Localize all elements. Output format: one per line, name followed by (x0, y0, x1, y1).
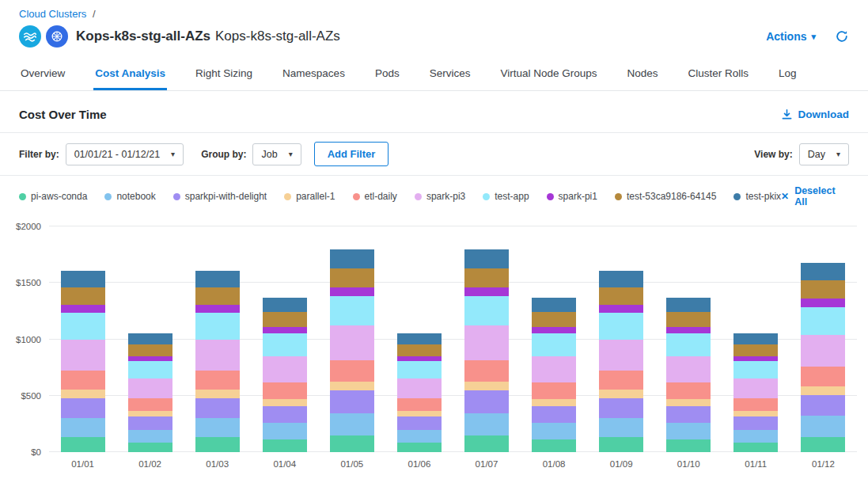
bar-segment-pi-aws-conda[interactable] (195, 437, 240, 452)
bar-segment-spark-pi3[interactable] (666, 356, 711, 382)
bar-segment-parallel-1[interactable] (263, 399, 307, 406)
bar-segment-test-app[interactable] (128, 361, 172, 378)
bar-segment-etl-daily[interactable] (330, 360, 374, 382)
actions-button[interactable]: Actions ▾ (766, 30, 816, 43)
bar-segment-parallel-1[interactable] (599, 390, 643, 398)
tab-cost-analysis[interactable]: Cost Analysis (93, 59, 167, 90)
bar-segment-pi-aws-conda[interactable] (263, 439, 307, 452)
bar-segment-parallel-1[interactable] (733, 411, 778, 416)
bar-01/09[interactable] (599, 271, 643, 452)
legend-item-etl-daily[interactable]: etl-daily (353, 191, 397, 202)
tab-pods[interactable]: Pods (373, 59, 401, 90)
bar-segment-pi-aws-conda[interactable] (330, 435, 374, 452)
bar-segment-test-53ca9186-64145[interactable] (195, 287, 240, 305)
bar-segment-test-app[interactable] (733, 361, 778, 378)
bar-segment-etl-daily[interactable] (599, 371, 643, 390)
bar-segment-test-app[interactable] (330, 296, 374, 325)
bar-segment-notebook[interactable] (801, 416, 845, 436)
bar-segment-etl-daily[interactable] (532, 382, 576, 399)
bar-segment-test-pkix[interactable] (195, 271, 240, 287)
group-by-select[interactable]: Job ▾ (252, 143, 301, 165)
bar-segment-spark-pi1[interactable] (464, 287, 509, 296)
bar-segment-test-pkix[interactable] (330, 249, 374, 268)
bar-segment-test-pkix[interactable] (128, 333, 172, 344)
bar-segment-sparkpi-with-delight[interactable] (666, 406, 711, 423)
bar-segment-spark-pi1[interactable] (195, 305, 240, 313)
bar-segment-test-app[interactable] (61, 313, 105, 339)
bar-segment-parallel-1[interactable] (61, 390, 105, 398)
bar-01/01[interactable] (61, 271, 105, 452)
bar-segment-spark-pi3[interactable] (330, 325, 374, 359)
bar-segment-test-pkix[interactable] (599, 271, 643, 287)
bar-segment-parallel-1[interactable] (801, 386, 845, 395)
bar-01/03[interactable] (195, 271, 240, 452)
bar-segment-spark-pi1[interactable] (666, 327, 711, 334)
add-filter-button[interactable]: Add Filter (314, 142, 389, 166)
bar-segment-spark-pi3[interactable] (195, 340, 240, 371)
bar-segment-sparkpi-with-delight[interactable] (599, 398, 643, 418)
bar-segment-sparkpi-with-delight[interactable] (330, 390, 374, 413)
bar-segment-test-pkix[interactable] (801, 263, 845, 281)
bar-01/02[interactable] (128, 333, 172, 452)
bar-segment-test-53ca9186-64145[interactable] (733, 344, 778, 356)
bar-segment-spark-pi1[interactable] (128, 356, 172, 362)
bar-segment-spark-pi3[interactable] (397, 378, 442, 399)
bar-segment-test-pkix[interactable] (532, 298, 576, 313)
bar-segment-pi-aws-conda[interactable] (397, 443, 442, 452)
bar-segment-notebook[interactable] (733, 430, 778, 443)
bar-segment-sparkpi-with-delight[interactable] (263, 406, 307, 423)
legend-item-test-53ca9186-64145[interactable]: test-53ca9186-64145 (615, 191, 716, 202)
bar-segment-spark-pi3[interactable] (532, 356, 576, 382)
bar-segment-pi-aws-conda[interactable] (128, 443, 172, 452)
bar-segment-test-pkix[interactable] (263, 298, 307, 313)
bar-segment-test-app[interactable] (263, 333, 307, 356)
bar-segment-parallel-1[interactable] (330, 382, 374, 390)
bar-segment-pi-aws-conda[interactable] (464, 435, 509, 452)
bar-segment-sparkpi-with-delight[interactable] (128, 416, 172, 429)
bar-segment-notebook[interactable] (599, 418, 643, 438)
tab-nodes[interactable]: Nodes (626, 59, 660, 90)
bar-segment-spark-pi1[interactable] (532, 327, 576, 334)
bar-segment-test-pkix[interactable] (733, 333, 778, 344)
download-button[interactable]: Download (781, 108, 850, 120)
bar-segment-notebook[interactable] (532, 423, 576, 439)
bar-segment-spark-pi1[interactable] (599, 305, 643, 313)
bar-segment-test-app[interactable] (599, 313, 643, 339)
bar-01/08[interactable] (532, 298, 576, 452)
bar-segment-spark-pi1[interactable] (61, 305, 105, 313)
bar-segment-spark-pi1[interactable] (263, 327, 307, 334)
bar-segment-pi-aws-conda[interactable] (532, 439, 576, 452)
bar-segment-test-53ca9186-64145[interactable] (464, 268, 509, 287)
bar-segment-spark-pi1[interactable] (801, 299, 845, 307)
bar-01/10[interactable] (666, 298, 711, 452)
bar-segment-test-pkix[interactable] (61, 271, 105, 287)
bar-segment-spark-pi1[interactable] (733, 356, 778, 362)
bar-segment-test-app[interactable] (532, 333, 576, 356)
bar-01/07[interactable] (464, 249, 509, 452)
bar-segment-pi-aws-conda[interactable] (61, 437, 105, 452)
bar-segment-etl-daily[interactable] (263, 382, 307, 399)
bar-segment-test-53ca9186-64145[interactable] (330, 268, 374, 287)
legend-item-test-app[interactable]: test-app (483, 191, 529, 202)
bar-segment-notebook[interactable] (666, 423, 711, 439)
bar-segment-pi-aws-conda[interactable] (666, 439, 711, 452)
legend-item-parallel-1[interactable]: parallel-1 (284, 191, 335, 202)
bar-segment-etl-daily[interactable] (733, 398, 778, 411)
breadcrumb-link-cloud-clusters[interactable]: Cloud Clusters (19, 8, 86, 20)
bar-segment-parallel-1[interactable] (464, 382, 509, 390)
bar-segment-notebook[interactable] (263, 423, 307, 439)
bar-segment-test-53ca9186-64145[interactable] (666, 312, 711, 327)
bar-segment-spark-pi3[interactable] (128, 378, 172, 399)
bar-segment-sparkpi-with-delight[interactable] (801, 395, 845, 416)
bar-segment-test-pkix[interactable] (397, 333, 442, 344)
bar-segment-test-app[interactable] (464, 296, 509, 325)
bar-segment-parallel-1[interactable] (397, 411, 442, 416)
bar-segment-sparkpi-with-delight[interactable] (195, 398, 240, 418)
bar-segment-parallel-1[interactable] (532, 399, 576, 406)
bar-segment-sparkpi-with-delight[interactable] (464, 390, 509, 413)
bar-segment-notebook[interactable] (330, 413, 374, 436)
legend-item-spark-pi3[interactable]: spark-pi3 (415, 191, 465, 202)
bar-segment-etl-daily[interactable] (464, 360, 509, 382)
legend-item-spark-pi1[interactable]: spark-pi1 (547, 191, 597, 202)
bar-segment-sparkpi-with-delight[interactable] (532, 406, 576, 423)
